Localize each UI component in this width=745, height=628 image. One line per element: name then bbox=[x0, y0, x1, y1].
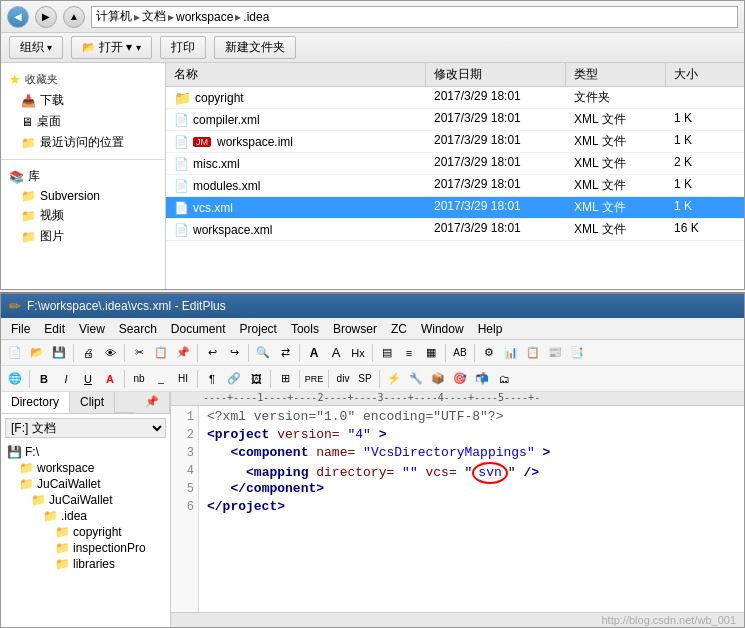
code-line-4: <mapping directory= "" vcs= "svn" /> bbox=[207, 462, 736, 480]
breadcrumb[interactable]: 计算机 ▸ 文档 ▸ workspace ▸ .idea bbox=[91, 6, 738, 28]
nb-btn[interactable]: nb bbox=[129, 369, 149, 389]
align-right-btn[interactable]: ▦ bbox=[421, 343, 441, 363]
sidebar-item-video[interactable]: 📁 视频 bbox=[1, 205, 165, 226]
more-btn4[interactable]: 📰 bbox=[545, 343, 565, 363]
sidebar-item-recent[interactable]: 📁 最近访问的位置 bbox=[1, 132, 165, 153]
dir-item-f-drive[interactable]: 💾 F:\ bbox=[3, 444, 168, 460]
extra-btn4[interactable]: 🎯 bbox=[450, 369, 470, 389]
open-file-btn[interactable]: 📂 bbox=[27, 343, 47, 363]
tab-directory[interactable]: Directory bbox=[1, 392, 70, 413]
undo-btn[interactable]: ↩ bbox=[202, 343, 222, 363]
hx-btn[interactable]: Hx bbox=[348, 343, 368, 363]
open-button[interactable]: 📂 打开 ▾ bbox=[71, 36, 152, 59]
more-btn3[interactable]: 📋 bbox=[523, 343, 543, 363]
table-row[interactable]: 📄misc.xml2017/3/29 18:01XML 文件2 K bbox=[166, 153, 744, 175]
code-content[interactable]: 1 2 3 4 5 6 <?xml version="1.0" encoding… bbox=[171, 406, 744, 612]
print-button[interactable]: 打印 bbox=[160, 36, 206, 59]
extra-btn3[interactable]: 📦 bbox=[428, 369, 448, 389]
preview-btn[interactable]: 👁 bbox=[100, 343, 120, 363]
menu-document[interactable]: Document bbox=[165, 321, 232, 337]
code-lines[interactable]: <?xml version="1.0" encoding="UTF-8"?> <… bbox=[199, 406, 744, 612]
menu-help[interactable]: Help bbox=[472, 321, 509, 337]
sp2-btn[interactable]: SP bbox=[355, 369, 375, 389]
new-file-btn[interactable]: 📄 bbox=[5, 343, 25, 363]
extra-btn6[interactable]: 🗂 bbox=[494, 369, 514, 389]
sidebar-item-images[interactable]: 📁 图片 bbox=[1, 226, 165, 247]
dir-item-libraries[interactable]: 📁 libraries bbox=[3, 556, 168, 572]
italic-btn[interactable]: I bbox=[56, 369, 76, 389]
space-btn[interactable]: _ bbox=[151, 369, 171, 389]
forward-button[interactable]: ▶ bbox=[35, 6, 57, 28]
dir-item-inspectionpro[interactable]: 📁 inspectionPro bbox=[3, 540, 168, 556]
table-row[interactable]: 📄vcs.xml2017/3/29 18:01XML 文件1 K bbox=[166, 197, 744, 219]
copy-btn[interactable]: 📋 bbox=[151, 343, 171, 363]
img-btn[interactable]: 🖼 bbox=[246, 369, 266, 389]
table-row[interactable]: 📄compiler.xml2017/3/29 18:01XML 文件1 K bbox=[166, 109, 744, 131]
new-folder-button[interactable]: 新建文件夹 bbox=[214, 36, 296, 59]
link-btn[interactable]: 🔗 bbox=[224, 369, 244, 389]
menu-project[interactable]: Project bbox=[234, 321, 283, 337]
xml-file-icon: 📄 bbox=[174, 179, 189, 193]
sidebar-item-desktop[interactable]: 🖥 桌面 bbox=[1, 111, 165, 132]
extra-btn2[interactable]: 🔧 bbox=[406, 369, 426, 389]
color-btn[interactable]: A bbox=[100, 369, 120, 389]
menu-file[interactable]: File bbox=[5, 321, 36, 337]
more-btn1[interactable]: ⚙ bbox=[479, 343, 499, 363]
font-a-btn[interactable]: A bbox=[304, 343, 324, 363]
bold-btn[interactable]: B bbox=[34, 369, 54, 389]
underline-btn[interactable]: U bbox=[78, 369, 98, 389]
menu-window[interactable]: Window bbox=[415, 321, 470, 337]
sep15 bbox=[379, 370, 380, 388]
save-btn[interactable]: 💾 bbox=[49, 343, 69, 363]
table-row[interactable]: 📄JMworkspace.iml2017/3/29 18:01XML 文件1 K bbox=[166, 131, 744, 153]
editor-menubar: File Edit View Search Document Project T… bbox=[1, 318, 744, 340]
table-btn[interactable]: ⊞ bbox=[275, 369, 295, 389]
replace-btn[interactable]: ⇄ bbox=[275, 343, 295, 363]
hi-btn[interactable]: HI bbox=[173, 369, 193, 389]
globe-btn[interactable]: 🌐 bbox=[5, 369, 25, 389]
more-btn5[interactable]: 📑 bbox=[567, 343, 587, 363]
find-btn[interactable]: 🔍 bbox=[253, 343, 273, 363]
back-button[interactable]: ◀ bbox=[7, 6, 29, 28]
font-b-btn[interactable]: A bbox=[326, 343, 346, 363]
folder-icon-copyright: 📁 bbox=[55, 525, 70, 539]
menu-tools[interactable]: Tools bbox=[285, 321, 325, 337]
ab-btn[interactable]: AB bbox=[450, 343, 470, 363]
redo-btn[interactable]: ↪ bbox=[224, 343, 244, 363]
table-row[interactable]: 📄modules.xml2017/3/29 18:01XML 文件1 K bbox=[166, 175, 744, 197]
align-center-btn[interactable]: ≡ bbox=[399, 343, 419, 363]
tab-clipt[interactable]: Clipt bbox=[70, 392, 115, 413]
menu-search[interactable]: Search bbox=[113, 321, 163, 337]
dir-item-idea[interactable]: 📁 .idea bbox=[3, 508, 168, 524]
css-btn[interactable]: PRE bbox=[304, 369, 324, 389]
menu-zc[interactable]: ZC bbox=[385, 321, 413, 337]
dir-item-workspace[interactable]: 📁 workspace bbox=[3, 460, 168, 476]
table-row[interactable]: 📁copyright2017/3/29 18:01文件夹 bbox=[166, 87, 744, 109]
organize-button[interactable]: 组织 bbox=[9, 36, 63, 59]
menu-edit[interactable]: Edit bbox=[38, 321, 71, 337]
up-button[interactable]: ▲ bbox=[63, 6, 85, 28]
sidebar-item-download[interactable]: 📥 下载 bbox=[1, 90, 165, 111]
extra-btn5[interactable]: 📬 bbox=[472, 369, 492, 389]
dir-item-jucaiwallet1[interactable]: 📁 JuCaiWallet bbox=[3, 476, 168, 492]
menu-view[interactable]: View bbox=[73, 321, 111, 337]
more-btn2[interactable]: 📊 bbox=[501, 343, 521, 363]
watermark-text: http://blog.csdn.net/wb_001 bbox=[601, 614, 736, 626]
para-btn[interactable]: ¶ bbox=[202, 369, 222, 389]
tab-pin[interactable]: 📌 bbox=[135, 392, 170, 413]
dir-item-copyright[interactable]: 📁 copyright bbox=[3, 524, 168, 540]
breadcrumb-idea: .idea bbox=[243, 10, 269, 24]
action-toolbar: 组织 📂 打开 ▾ 打印 新建文件夹 bbox=[1, 33, 744, 63]
folder-icon-libraries: 📁 bbox=[55, 557, 70, 571]
print-btn[interactable]: 🖨 bbox=[78, 343, 98, 363]
align-left-btn[interactable]: ▤ bbox=[377, 343, 397, 363]
cut-btn[interactable]: ✂ bbox=[129, 343, 149, 363]
table-row[interactable]: 📄workspace.xml2017/3/29 18:01XML 文件16 K bbox=[166, 219, 744, 241]
menu-browser[interactable]: Browser bbox=[327, 321, 383, 337]
paste-btn[interactable]: 📌 bbox=[173, 343, 193, 363]
dir-item-jucaiwallet2[interactable]: 📁 JuCaiWallet bbox=[3, 492, 168, 508]
drive-selector[interactable]: [F:] 文档 bbox=[5, 418, 166, 438]
div-btn[interactable]: div bbox=[333, 369, 353, 389]
sidebar-item-subversion[interactable]: 📁 Subversion bbox=[1, 187, 165, 205]
extra-btn1[interactable]: ⚡ bbox=[384, 369, 404, 389]
